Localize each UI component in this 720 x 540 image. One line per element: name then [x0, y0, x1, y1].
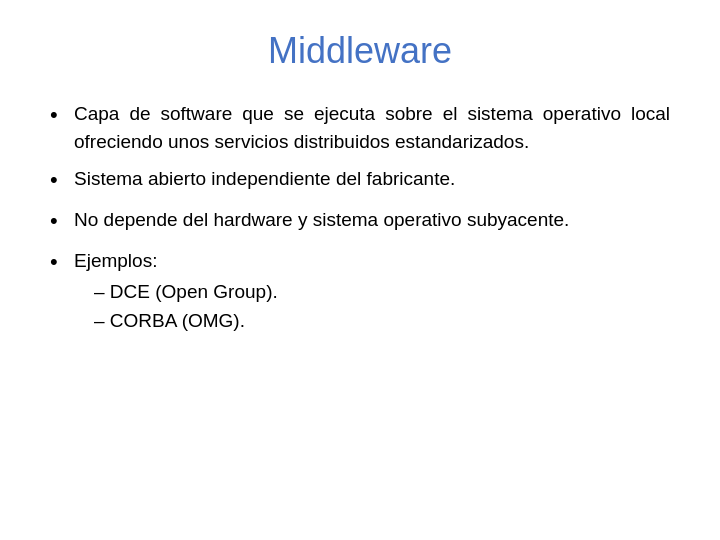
sub-list: – DCE (Open Group). – CORBA (OMG). [94, 278, 670, 335]
bullet-text: Sistema abierto independiente del fabric… [74, 165, 670, 193]
examples-label: Ejemplos: [74, 250, 157, 271]
bullet-dot: • [50, 100, 74, 131]
main-content: • Capa de software que se ejecuta sobre … [50, 100, 670, 345]
list-item: • Sistema abierto independiente del fabr… [50, 165, 670, 196]
bullet-text: No depende del hardware y sistema operat… [74, 206, 670, 234]
sub-list-item: – CORBA (OMG). [94, 307, 670, 336]
bullet-text: Capa de software que se ejecuta sobre el… [74, 100, 670, 155]
bullet-dot: • [50, 206, 74, 237]
bullet-text: Ejemplos: – DCE (Open Group). – CORBA (O… [74, 247, 670, 336]
bullet-dot: • [50, 165, 74, 196]
list-item: • Capa de software que se ejecuta sobre … [50, 100, 670, 155]
page-title: Middleware [268, 30, 452, 72]
bullet-dot: • [50, 247, 74, 278]
sub-list-item: – DCE (Open Group). [94, 278, 670, 307]
list-item: • No depende del hardware y sistema oper… [50, 206, 670, 237]
list-item: • Ejemplos: – DCE (Open Group). – CORBA … [50, 247, 670, 336]
bullet-list: • Capa de software que se ejecuta sobre … [50, 100, 670, 335]
